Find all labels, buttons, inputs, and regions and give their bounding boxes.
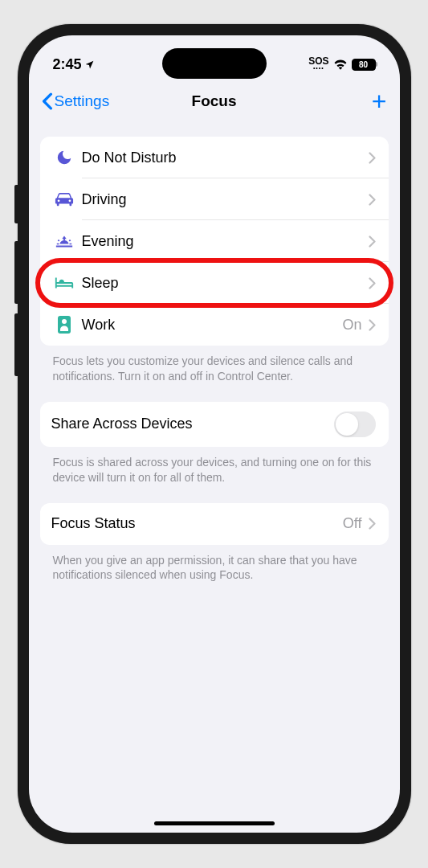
modes-footer: Focus lets you customize your devices an… xyxy=(40,346,389,402)
chevron-right-icon xyxy=(369,235,376,248)
svg-point-1 xyxy=(62,319,67,324)
focus-mode-label: Work xyxy=(82,317,343,334)
sunset-icon xyxy=(51,233,77,249)
bed-icon xyxy=(51,276,77,290)
chevron-right-icon xyxy=(369,518,376,530)
focus-status-value: Off xyxy=(343,515,362,532)
status-footer: When you give an app permission, it can … xyxy=(40,545,389,601)
chevron-right-icon xyxy=(369,319,376,331)
add-button[interactable]: + xyxy=(372,88,387,114)
back-label: Settings xyxy=(55,92,110,110)
page-title: Focus xyxy=(192,92,237,110)
share-across-devices-row[interactable]: Share Across Devices xyxy=(40,402,389,447)
moon-icon xyxy=(51,149,77,166)
badge-icon xyxy=(51,315,77,334)
phone-frame: 2:45 SOS •••• 80 Settings Focus + xyxy=(18,24,411,844)
focus-mode-row[interactable]: Driving xyxy=(40,178,389,220)
status-time: 2:45 xyxy=(53,56,95,73)
sos-indicator: SOS •••• xyxy=(308,58,328,70)
location-icon xyxy=(84,59,95,70)
share-footer: Focus is shared across your devices, and… xyxy=(40,447,389,503)
focus-mode-value: On xyxy=(342,317,361,334)
chevron-right-icon xyxy=(369,152,376,164)
focus-mode-label: Driving xyxy=(82,191,369,208)
nav-bar: Settings Focus + xyxy=(29,82,400,125)
focus-status-label: Focus Status xyxy=(51,515,343,532)
chevron-left-icon xyxy=(42,92,53,110)
back-button[interactable]: Settings xyxy=(42,92,110,110)
screen: 2:45 SOS •••• 80 Settings Focus + xyxy=(29,35,400,833)
share-toggle[interactable] xyxy=(334,411,376,437)
focus-mode-row[interactable]: Sleep xyxy=(40,262,389,304)
focus-mode-row[interactable]: WorkOn xyxy=(40,304,389,346)
focus-mode-label: Evening xyxy=(82,233,369,250)
focus-mode-row[interactable]: Evening xyxy=(40,220,389,262)
share-label: Share Across Devices xyxy=(51,416,334,432)
chevron-right-icon xyxy=(369,194,376,206)
car-icon xyxy=(51,191,77,207)
focus-modes-list: Do Not DisturbDrivingEveningSleepWorkOn xyxy=(40,137,389,346)
dynamic-island xyxy=(162,48,267,79)
battery-indicator: 80 xyxy=(352,59,376,71)
focus-status-group: Focus Status Off xyxy=(40,503,389,545)
chevron-right-icon xyxy=(369,277,376,289)
focus-mode-label: Sleep xyxy=(82,275,369,292)
focus-mode-label: Do Not Disturb xyxy=(82,149,369,166)
focus-status-row[interactable]: Focus Status Off xyxy=(40,503,389,545)
focus-mode-row[interactable]: Do Not Disturb xyxy=(40,137,389,178)
wifi-icon xyxy=(333,59,348,70)
home-indicator[interactable] xyxy=(154,821,275,825)
share-group: Share Across Devices xyxy=(40,402,389,447)
